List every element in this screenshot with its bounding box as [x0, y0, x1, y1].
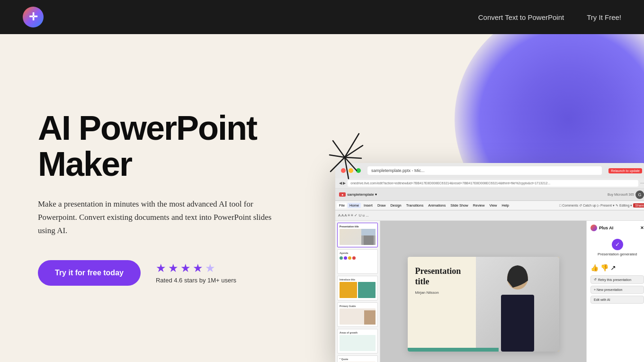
ppt-app: ● sampletemplate ▾ Buy Microsoft 365 G F…	[335, 189, 644, 362]
slide-1-img-person	[364, 235, 374, 245]
user-avatar[interactable]: G	[635, 190, 644, 199]
ai-share[interactable]: ↗	[610, 264, 616, 272]
menu-home[interactable]: Home	[348, 203, 361, 208]
nav-convert-link[interactable]: Convert Text to PowerPoint	[478, 13, 564, 21]
slide-thumb-3[interactable]: Introduce this	[337, 276, 378, 300]
star-2: ★	[168, 262, 179, 275]
ai-status-area: ✓ Presentation generated	[590, 235, 644, 264]
star-rating: ★ ★ ★ ★ ★	[156, 262, 236, 275]
slide-yellow-section	[476, 257, 559, 352]
ai-check-icon: ✓	[612, 239, 623, 250]
hero-actions: Try it for free today ★ ★ ★ ★ ★ Rated 4.…	[38, 260, 354, 286]
slide-3-green	[358, 282, 376, 298]
slide-2-label: Agenda	[340, 252, 376, 254]
menu-draw[interactable]: Draw	[376, 203, 388, 208]
star-5-half: ★	[205, 262, 215, 275]
catch-up-button[interactable]: ↺ Catch up	[579, 204, 596, 208]
slide-author-name: Mirjan Nilsson	[415, 290, 476, 295]
slide-thumb-6[interactable]: " Quote	[337, 355, 378, 362]
svg-rect-9	[501, 295, 534, 352]
format-options: A A A ≡ ≡ ✓ U u ...	[338, 213, 369, 217]
edit-label: Edit with AI	[594, 298, 610, 301]
slide-4-label: Primary Guide	[340, 305, 376, 308]
hero-left: AI PowerPoint Maker Make a presentation …	[0, 34, 354, 362]
ppt-body: Presentation title Agenda	[335, 221, 644, 362]
circle-4	[352, 256, 356, 260]
ppt-ribbon: ● sampletemplate ▾ Buy Microsoft 365 G	[335, 189, 644, 201]
new-label: + New presentation	[594, 288, 623, 291]
ai-panel-close[interactable]: ✕	[640, 226, 644, 230]
slide-4-img	[364, 310, 376, 325]
share-button[interactable]: Share	[633, 203, 644, 208]
hero-section: AI PowerPoint Maker Make a presentation …	[0, 34, 644, 362]
ai-thumbs-down[interactable]: 👎	[600, 264, 608, 272]
ai-new-button[interactable]: + New presentation	[590, 286, 644, 294]
editing-button[interactable]: ✎ Editing ▾	[616, 204, 632, 208]
menu-insert[interactable]: Insert	[362, 203, 375, 208]
menu-design[interactable]: Design	[388, 203, 403, 208]
slide-thumb-1[interactable]: Presentation title	[337, 223, 378, 247]
window-maximize-dot	[356, 168, 361, 173]
address-input[interactable]: onedrive.live.com/edit?action=editnew&id…	[348, 180, 638, 187]
slide-thumb-2[interactable]: Agenda	[337, 249, 378, 274]
nav-links: Convert Text to PowerPoint Try It Free!	[478, 13, 621, 21]
slide-3-yellow	[340, 282, 357, 298]
buy-microsoft-link[interactable]: Buy Microsoft 365	[608, 193, 634, 196]
hero-description: Make a presentation in minutes with the …	[38, 198, 284, 237]
slide-2-circles	[340, 256, 376, 260]
tab-label: sampletemplate.pptx - Mic...	[371, 168, 425, 173]
slide-5-label: Areas of growth	[340, 331, 376, 334]
rating-block: ★ ★ ★ ★ ★ Rated 4.6 stars by 1M+ users	[156, 262, 236, 284]
hero-right: sampletemplate.pptx - Mic... Relaunch to…	[354, 34, 644, 362]
comments-button[interactable]: □ Comments	[559, 204, 578, 207]
logo[interactable]: ✛	[23, 7, 44, 27]
slide-person-photo	[476, 257, 559, 352]
main-slide-card: Presentation title Mirjan Nilsson	[408, 257, 559, 352]
person-svg	[476, 257, 559, 352]
slide-5-preview	[340, 335, 376, 351]
browser-url-bar[interactable]: sampletemplate.pptx - Mic...	[367, 166, 602, 175]
menu-animations[interactable]: Animations	[426, 203, 447, 208]
slide-thumb-5[interactable]: Areas of growth	[337, 329, 378, 353]
menu-slideshow[interactable]: Slide Show	[448, 203, 470, 208]
slide-4-preview	[340, 308, 376, 325]
ai-panel-header: Plus AI ✕	[590, 225, 644, 231]
slide-1-image	[361, 229, 376, 245]
star-1: ★	[156, 262, 166, 275]
browser-address-bar: ◀ ▶ onedrive.live.com/edit?action=editne…	[335, 178, 644, 189]
slide-3-preview	[340, 282, 376, 298]
menu-help[interactable]: Help	[500, 203, 511, 208]
ai-thumbs-up[interactable]: 👍	[590, 264, 599, 272]
slide-thumb-4[interactable]: Primary Guide	[337, 302, 378, 327]
window-close-dot	[341, 168, 346, 173]
slide-3-label: Introduce this	[340, 278, 376, 281]
menu-file[interactable]: File	[337, 203, 347, 208]
plus-ai-logo-small	[590, 225, 597, 231]
sampletemplate-label[interactable]: sampletemplate ▾	[347, 192, 377, 197]
rating-text: Rated 4.6 stars by 1M+ users	[156, 277, 236, 284]
ai-edit-button[interactable]: Edit with AI	[590, 296, 644, 304]
ai-generated-status: Presentation generated	[590, 252, 644, 256]
relaunch-button[interactable]: Relaunch to update	[608, 168, 642, 173]
slide-main-area: Presentation title Mirjan Nilsson	[380, 221, 586, 362]
nav-try-link[interactable]: Try It Free!	[587, 13, 621, 21]
circle-3	[348, 256, 351, 260]
slide-text-area: Presentation title Mirjan Nilsson	[415, 266, 476, 295]
ai-retry-button[interactable]: ↺ Retry this presentation	[590, 275, 644, 284]
star-4: ★	[193, 262, 203, 275]
present-button[interactable]: ▷ Present ▾	[597, 204, 615, 208]
circle-1	[340, 256, 343, 260]
ai-panel: Plus AI ✕ ✓ Presentation generated 👍 👎 ↗	[586, 221, 644, 362]
retry-label: Retry this presentation	[598, 278, 631, 281]
slide-green-bar	[408, 348, 499, 352]
menu-review[interactable]: Review	[471, 203, 487, 208]
try-free-button[interactable]: Try it for free today	[38, 260, 141, 286]
retry-icon: ↺	[594, 278, 597, 281]
star-3: ★	[180, 262, 191, 275]
plus-ai-ribbon-button[interactable]: ●	[339, 192, 346, 197]
menu-transitions[interactable]: Transitions	[404, 203, 425, 208]
circle-2	[344, 256, 347, 260]
menu-view[interactable]: View	[487, 203, 499, 208]
slides-panel: Presentation title Agenda	[335, 221, 380, 362]
ai-panel-title: Plus AI	[599, 226, 613, 230]
